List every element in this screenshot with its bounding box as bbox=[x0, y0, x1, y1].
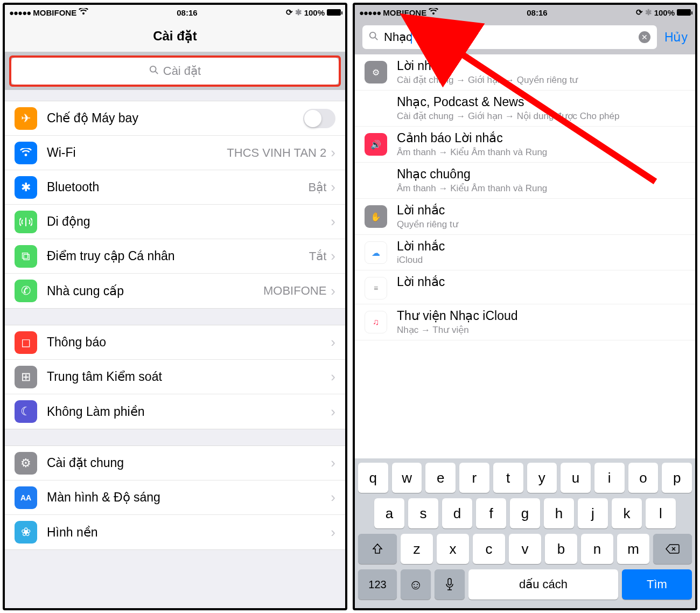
control-center-icon: ⊞ bbox=[15, 366, 37, 388]
result-item[interactable]: Nhạc, Podcast & News Cài đặt chung → Giớ… bbox=[355, 90, 695, 127]
result-item[interactable]: ⚙ Lời nhắc Cài đặt chung → Giới hạn → Qu… bbox=[355, 54, 695, 90]
result-item[interactable]: ☁ Lời nhắc iCloud bbox=[355, 235, 695, 270]
key-e[interactable]: e bbox=[425, 463, 456, 493]
row-cellular[interactable]: Di động › bbox=[5, 205, 345, 239]
key-u[interactable]: u bbox=[561, 463, 591, 493]
display-icon: AA bbox=[15, 486, 37, 509]
search-field[interactable]: Cài đặt bbox=[11, 58, 339, 85]
row-display[interactable]: AA Màn hình & Độ sáng › bbox=[5, 480, 345, 515]
result-item[interactable]: ≡ Lời nhắc bbox=[355, 270, 695, 304]
row-value: Bật bbox=[309, 180, 327, 194]
key-k[interactable]: k bbox=[612, 498, 642, 528]
row-wifi[interactable]: Wi-Fi THCS VINH TAN 2 › bbox=[5, 136, 345, 170]
key-i[interactable]: i bbox=[594, 463, 625, 493]
result-path: Nhạc → Thư viện bbox=[397, 324, 685, 336]
result-path: Cài đặt chung → Giới hạn → Quyền riêng t… bbox=[397, 74, 685, 86]
clock-label: 08:16 bbox=[177, 8, 197, 17]
result-title: Nhạc chuông bbox=[397, 167, 685, 182]
key-y[interactable]: y bbox=[527, 463, 557, 493]
dnd-icon: ☾ bbox=[15, 400, 37, 423]
key-s[interactable]: s bbox=[408, 498, 438, 528]
keyboard-row-4: 123 ☺ dấu cách Tìm bbox=[358, 569, 692, 600]
row-dnd[interactable]: ☾ Không Làm phiền › bbox=[5, 394, 345, 429]
key-m[interactable]: m bbox=[617, 534, 649, 564]
sound-icon: 🔊 bbox=[365, 133, 387, 156]
chevron-right-icon: › bbox=[331, 179, 335, 196]
return-key[interactable]: Tìm bbox=[622, 569, 692, 600]
lock-icon: ⟳ bbox=[286, 8, 293, 17]
signal-dots-icon: ●●●●● bbox=[9, 8, 31, 17]
search-placeholder: Cài đặt bbox=[163, 64, 201, 78]
shift-key[interactable] bbox=[358, 534, 397, 564]
chevron-right-icon: › bbox=[331, 403, 335, 420]
result-item[interactable]: ♫ Thư viện Nhạc iCloud Nhạc → Thư viện bbox=[355, 304, 695, 340]
result-item[interactable]: Nhạc chuông Âm thanh → Kiểu Âm thanh và … bbox=[355, 163, 695, 199]
key-p[interactable]: p bbox=[662, 463, 692, 493]
key-t[interactable]: t bbox=[493, 463, 523, 493]
key-n[interactable]: n bbox=[581, 534, 613, 564]
chevron-right-icon: › bbox=[331, 144, 335, 161]
clear-icon[interactable]: ✕ bbox=[639, 31, 650, 43]
key-h[interactable]: h bbox=[544, 498, 574, 528]
key-c[interactable]: c bbox=[473, 534, 505, 564]
search-container: Cài đặt bbox=[5, 52, 345, 90]
carrier-label: MOBIFONE bbox=[33, 8, 76, 17]
key-z[interactable]: z bbox=[401, 534, 433, 564]
mic-key[interactable] bbox=[435, 569, 465, 600]
key-x[interactable]: x bbox=[437, 534, 469, 564]
key-l[interactable]: l bbox=[646, 498, 676, 528]
gear-icon: ⚙ bbox=[365, 61, 387, 83]
emoji-key[interactable]: ☺ bbox=[401, 569, 431, 600]
bluetooth-icon: ✱ bbox=[295, 8, 302, 17]
result-title: Lời nhắc bbox=[397, 59, 685, 73]
result-item[interactable]: 🔊 Cảnh báo Lời nhắc Âm thanh → Kiểu Âm t… bbox=[355, 127, 695, 163]
row-value: Tắt bbox=[309, 249, 327, 263]
key-q[interactable]: q bbox=[358, 463, 388, 493]
key-r[interactable]: r bbox=[459, 463, 489, 493]
backspace-key[interactable] bbox=[653, 534, 692, 564]
row-label: Di động bbox=[47, 214, 326, 229]
row-general[interactable]: ⚙ Cài đặt chung › bbox=[5, 446, 345, 480]
key-v[interactable]: v bbox=[509, 534, 541, 564]
key-d[interactable]: d bbox=[442, 498, 472, 528]
row-label: Cài đặt chung bbox=[47, 456, 326, 470]
row-label: Trung tâm Kiểm soát bbox=[47, 370, 326, 384]
key-f[interactable]: f bbox=[476, 498, 506, 528]
row-wallpaper[interactable]: ❀ Hình nền › bbox=[5, 515, 345, 549]
row-notifications[interactable]: ◻ Thông báo › bbox=[5, 325, 345, 360]
row-label: Hình nền bbox=[47, 525, 326, 540]
row-control-center[interactable]: ⊞ Trung tâm Kiểm soát › bbox=[5, 360, 345, 394]
row-bluetooth[interactable]: ✱ Bluetooth Bật › bbox=[5, 170, 345, 205]
key-o[interactable]: o bbox=[628, 463, 659, 493]
row-airplane[interactable]: ✈ Chế độ Máy bay bbox=[5, 101, 345, 136]
result-item[interactable]: ✋ Lời nhắc Quyền riêng tư bbox=[355, 199, 695, 235]
chevron-right-icon: › bbox=[331, 334, 335, 351]
row-carrier[interactable]: ✆ Nhà cung cấp MOBIFONE › bbox=[5, 274, 345, 308]
row-label: Nhà cung cấp bbox=[47, 284, 263, 298]
lock-icon: ⟳ bbox=[636, 8, 643, 17]
bluetooth-settings-icon: ✱ bbox=[15, 176, 37, 199]
cancel-button[interactable]: Hủy bbox=[664, 30, 688, 45]
battery-icon bbox=[677, 9, 691, 16]
list-icon: ≡ bbox=[365, 277, 387, 299]
key-w[interactable]: w bbox=[392, 463, 422, 493]
key-j[interactable]: j bbox=[578, 498, 608, 528]
wifi-settings-icon bbox=[15, 142, 37, 164]
cellular-icon bbox=[15, 211, 37, 233]
row-hotspot[interactable]: ⧉ Điểm truy cập Cá nhân Tắt › bbox=[5, 239, 345, 274]
result-path: iCloud bbox=[397, 255, 685, 266]
status-bar: ●●●●● MOBIFONE 08:16 ⟳ ✱ 100% bbox=[355, 5, 695, 20]
chevron-right-icon: › bbox=[331, 283, 335, 299]
key-g[interactable]: g bbox=[510, 498, 540, 528]
key-a[interactable]: a bbox=[374, 498, 404, 528]
carrier-label: MOBIFONE bbox=[383, 8, 426, 17]
space-key[interactable]: dấu cách bbox=[468, 569, 618, 600]
row-label: Wi-Fi bbox=[47, 145, 227, 160]
key-b[interactable]: b bbox=[545, 534, 577, 564]
chevron-right-icon: › bbox=[331, 368, 335, 385]
wifi-icon bbox=[79, 8, 88, 17]
airplane-toggle[interactable] bbox=[303, 109, 335, 128]
search-input[interactable]: Nhạc| ✕ bbox=[362, 25, 657, 49]
numeric-key[interactable]: 123 bbox=[358, 569, 397, 600]
chevron-right-icon: › bbox=[331, 489, 335, 506]
